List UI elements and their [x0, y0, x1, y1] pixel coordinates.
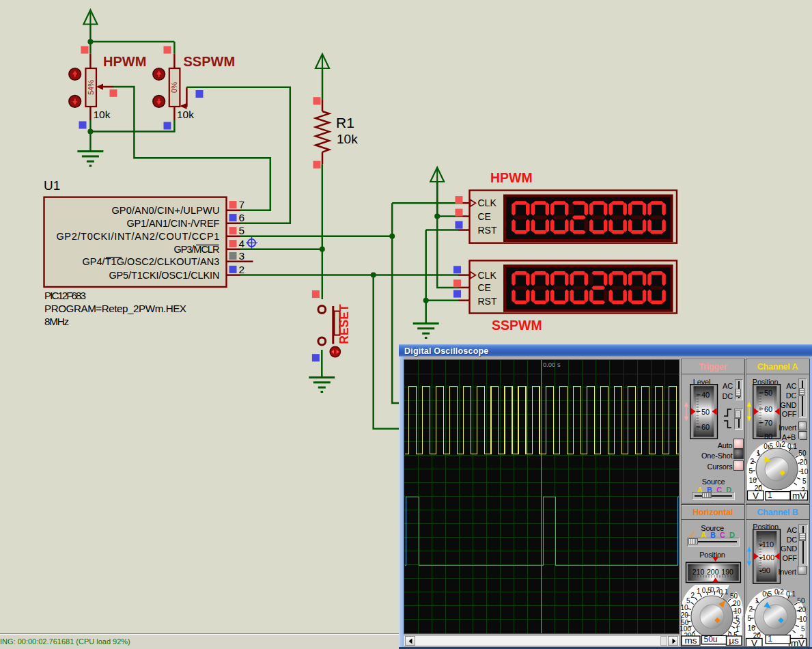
svg-text:10: 10	[799, 616, 807, 623]
svg-text:20: 20	[800, 458, 808, 466]
svg-text:3: 3	[239, 250, 245, 262]
svg-text:50: 50	[797, 597, 805, 605]
svg-text:U1: U1	[44, 178, 60, 193]
svg-text:10: 10	[747, 624, 755, 632]
svg-text:1: 1	[757, 450, 761, 457]
svg-text:CLK: CLK	[478, 270, 497, 281]
svg-text:0.00 s: 0.00 s	[542, 361, 560, 368]
svg-text:190: 190	[721, 568, 733, 576]
svg-text:µs: µs	[729, 635, 739, 646]
svg-text:CLK: CLK	[478, 197, 497, 208]
svg-text:8MHz: 8MHz	[44, 316, 69, 327]
svg-text:10: 10	[680, 604, 688, 611]
svg-text:0.1: 0.1	[719, 588, 729, 596]
svg-text:5: 5	[239, 225, 245, 236]
svg-text:50: 50	[799, 450, 807, 457]
svg-text:PIC12F683: PIC12F683	[44, 290, 86, 301]
svg-text:GP0/AN0/CIN+/ULPWU: GP0/AN0/CIN+/ULPWU	[111, 205, 219, 216]
svg-text:210: 210	[692, 568, 705, 576]
svg-text:60: 60	[701, 423, 710, 431]
svg-text:RST: RST	[478, 296, 497, 307]
svg-text:10: 10	[733, 607, 742, 615]
svg-text:SSPWM: SSPWM	[492, 318, 542, 333]
svg-text:2: 2	[748, 605, 753, 613]
svg-text:1: 1	[697, 588, 701, 595]
svg-text:CE: CE	[478, 211, 491, 222]
svg-text:0.2: 0.2	[774, 588, 784, 595]
svg-text:HPWM: HPWM	[103, 54, 146, 69]
svg-text:54%: 54%	[87, 80, 95, 95]
svg-text:ms: ms	[685, 635, 697, 646]
svg-text:SSPWM: SSPWM	[184, 54, 236, 69]
svg-text:R1: R1	[336, 115, 354, 130]
svg-text:1: 1	[768, 491, 772, 500]
svg-text:1: 1	[768, 634, 772, 644]
svg-text:0%: 0%	[170, 82, 178, 93]
svg-text:20: 20	[681, 611, 689, 619]
svg-text:200: 200	[707, 568, 719, 576]
svg-text:20: 20	[798, 606, 807, 613]
svg-text:20: 20	[733, 600, 741, 607]
svg-text:GP5/T1CKI/OSC1/CLKIN: GP5/T1CKI/OSC1/CLKIN	[109, 270, 219, 281]
svg-text:6: 6	[239, 212, 245, 223]
svg-text:GP4/T1G/OSC2/CLKOUT/AN3: GP4/T1G/OSC2/CLKOUT/AN3	[82, 256, 219, 267]
svg-text:CE: CE	[478, 282, 491, 293]
svg-text:10k: 10k	[177, 109, 194, 120]
svg-text:50u: 50u	[704, 635, 718, 644]
svg-text:7: 7	[239, 199, 245, 210]
svg-text:1: 1	[755, 597, 759, 605]
svg-text:PROGRAM=Retep_2PWm.HEX: PROGRAM=Retep_2PWm.HEX	[44, 303, 186, 314]
svg-text:0.2: 0.2	[776, 440, 785, 447]
svg-text:50: 50	[730, 592, 738, 600]
svg-text:HPWM: HPWM	[490, 170, 533, 185]
svg-text:5: 5	[749, 467, 753, 475]
svg-text:0.1: 0.1	[786, 590, 796, 598]
svg-text:GP2/T0CKI/INT/AN2/COUT/CCP1: GP2/T0CKI/INT/AN2/COUT/CCP1	[56, 231, 219, 242]
svg-text:5: 5	[801, 625, 805, 633]
svg-text:mV: mV	[792, 490, 806, 500]
svg-text:5: 5	[802, 477, 807, 484]
svg-text:10: 10	[749, 477, 757, 484]
svg-text:V: V	[753, 490, 759, 500]
svg-text:10k: 10k	[337, 132, 358, 146]
svg-text:RST: RST	[478, 225, 497, 236]
svg-text:10: 10	[801, 468, 809, 475]
svg-text:2: 2	[691, 592, 695, 599]
svg-text:0.1: 0.1	[787, 443, 797, 450]
svg-text:5: 5	[747, 615, 751, 622]
svg-text:GP1/AN1/CIN-/VREF: GP1/AN1/CIN-/VREF	[126, 218, 219, 229]
svg-text:2: 2	[751, 458, 755, 465]
svg-text:10k: 10k	[94, 109, 111, 120]
svg-text:4: 4	[239, 238, 245, 249]
svg-text:RESET: RESET	[337, 304, 351, 344]
svg-text:2: 2	[239, 264, 245, 275]
svg-text:50: 50	[701, 408, 710, 416]
